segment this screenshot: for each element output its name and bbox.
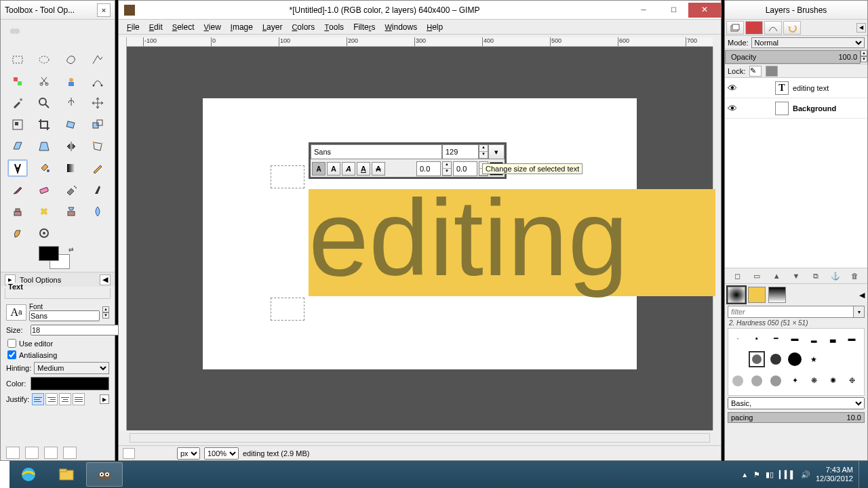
brush-filter-input[interactable] <box>728 306 854 318</box>
rotate-tool[interactable] <box>61 116 81 134</box>
brush-item[interactable] <box>749 373 765 389</box>
brush-tags-dropdown[interactable]: ▾ <box>854 306 865 318</box>
zoom-select[interactable]: 100% <box>204 447 239 460</box>
brush-tabstrip-menu-icon[interactable]: ◀ <box>859 291 865 300</box>
baseline-spinner[interactable]: ▲▼ <box>442 161 452 176</box>
clear-style-button[interactable]: A <box>312 162 326 176</box>
bold-button[interactable]: A <box>327 162 340 176</box>
menu-tools[interactable]: Tools <box>320 21 348 33</box>
justify-left-button[interactable] <box>32 393 44 405</box>
pattern-preview[interactable] <box>748 287 766 303</box>
layer-row-text[interactable]: 👁 T editing text <box>725 78 867 98</box>
size-input[interactable] <box>31 325 127 336</box>
brush-item[interactable]: ▬ <box>844 330 860 346</box>
hinting-select[interactable]: Medium <box>34 362 109 374</box>
menu-windows[interactable]: Windows <box>380 21 421 33</box>
minimize-button[interactable]: ─ <box>629 3 658 18</box>
delete-layer-icon[interactable]: 🗑 <box>848 270 861 281</box>
use-editor-checkbox[interactable]: Use editor <box>1 338 115 349</box>
opacity-slider[interactable]: Opacity 100.0 <box>725 50 861 64</box>
zoom-tool[interactable] <box>34 94 54 112</box>
gimp-taskbar-button[interactable] <box>86 462 123 487</box>
gradient-preview[interactable] <box>768 287 786 303</box>
layer-row-background[interactable]: 👁 Background <box>725 98 867 119</box>
canvas-area[interactable]: editing ▲▼ ▾ A A A A A ▲▼ ▲▼ <box>127 47 713 430</box>
brush-item[interactable]: · <box>730 330 746 346</box>
start-edge[interactable] <box>0 461 9 488</box>
foreground-select-tool[interactable] <box>61 73 81 90</box>
action-center-icon[interactable]: ⚑ <box>753 470 760 479</box>
undo-tab[interactable] <box>783 21 801 35</box>
layers-tab[interactable] <box>726 21 744 35</box>
justify-right-button[interactable] <box>45 393 58 405</box>
raise-layer-icon[interactable]: ▲ <box>770 270 783 281</box>
restore-options-icon[interactable] <box>25 447 39 459</box>
brush-spacing-slider[interactable]: pacing 10.0 <box>728 412 865 423</box>
blur-tool[interactable] <box>87 203 108 220</box>
paintbrush-tool[interactable] <box>7 181 28 199</box>
unit-select[interactable]: px <box>177 447 200 460</box>
save-options-icon[interactable] <box>6 447 20 459</box>
heal-tool[interactable] <box>34 203 54 220</box>
tabstrip-menu-icon[interactable]: ◀ <box>856 23 866 33</box>
measure-tool[interactable] <box>61 94 81 112</box>
flip-tool[interactable] <box>61 138 81 155</box>
brush-item[interactable]: ▪ <box>749 330 765 346</box>
align-tool[interactable] <box>7 116 28 134</box>
opacity-spinner[interactable]: ▲▼ <box>861 50 867 64</box>
underline-button[interactable]: A <box>357 162 370 176</box>
brush-item[interactable] <box>730 351 746 367</box>
brush-item[interactable]: ▂ <box>806 330 822 346</box>
menu-layer[interactable]: Layer <box>258 21 286 33</box>
lower-layer-icon[interactable]: ▼ <box>790 270 802 281</box>
text-handle-bottom[interactable] <box>271 298 304 321</box>
brush-item[interactable]: ★ <box>806 351 822 367</box>
channels-tab[interactable] <box>745 21 763 35</box>
scrollbar-horizontal[interactable] <box>130 433 710 443</box>
eraser-tool[interactable] <box>34 181 54 199</box>
paths-tab[interactable] <box>764 21 782 35</box>
kerning-input[interactable] <box>453 161 477 176</box>
smudge-tool[interactable] <box>7 224 28 242</box>
quickmask-icon[interactable] <box>123 448 135 459</box>
color-picker-tool[interactable] <box>7 94 28 112</box>
new-layer-icon[interactable]: ◻ <box>731 270 743 281</box>
cage-tool[interactable] <box>87 138 108 155</box>
text-selection[interactable]: editing <box>309 189 715 296</box>
visibility-icon[interactable]: 👁 <box>728 103 738 114</box>
maximize-button[interactable]: ☐ <box>658 3 688 18</box>
delete-options-icon[interactable] <box>44 447 58 459</box>
brush-item[interactable]: ✺ <box>825 373 841 389</box>
brush-item[interactable] <box>825 351 841 367</box>
close-icon[interactable]: × <box>97 3 111 17</box>
justify-center-button[interactable] <box>59 393 71 405</box>
airbrush-tool[interactable] <box>61 181 81 199</box>
brush-item[interactable]: ✦ <box>787 373 803 389</box>
ink-tool[interactable] <box>87 181 108 199</box>
popup-size-spinner[interactable]: ▲▼ <box>479 144 488 159</box>
menu-help[interactable]: Help <box>422 21 447 33</box>
font-input[interactable] <box>29 310 100 321</box>
clock[interactable]: 7:43 AM 12/30/2012 <box>816 466 853 483</box>
blend-tool[interactable] <box>61 159 81 177</box>
perspective-clone-tool[interactable] <box>61 203 81 220</box>
lock-pixels-icon[interactable]: ✎ <box>749 66 762 77</box>
brush-item[interactable]: ❉ <box>844 373 860 389</box>
menu-image[interactable]: Image <box>226 21 257 33</box>
network-icon[interactable]: ▎▍▌ <box>779 470 795 479</box>
ie-taskbar-button[interactable] <box>10 462 47 487</box>
menu-select[interactable]: Select <box>168 21 199 33</box>
text-tool[interactable] <box>7 159 28 177</box>
italic-button[interactable]: A <box>342 162 355 176</box>
popup-size-input[interactable] <box>442 144 479 159</box>
brush-item[interactable] <box>768 351 784 367</box>
font-preview[interactable]: Aa <box>6 304 26 321</box>
fuzzy-select-tool[interactable] <box>87 51 108 68</box>
scissors-tool[interactable] <box>34 73 54 90</box>
battery-icon[interactable]: ▮▯ <box>766 470 774 479</box>
justify-fill-button[interactable] <box>73 393 85 405</box>
shear-tool[interactable] <box>7 138 28 155</box>
color-select-tool[interactable] <box>7 73 28 90</box>
pencil-tool[interactable] <box>87 159 108 177</box>
menu-file[interactable]: File <box>123 21 144 33</box>
